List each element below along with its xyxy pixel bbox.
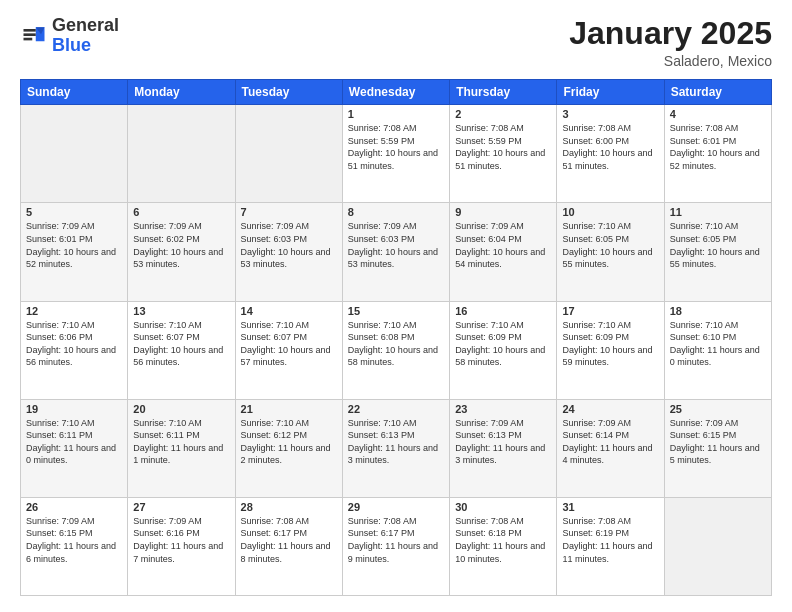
calendar-cell: 6Sunrise: 7:09 AMSunset: 6:02 PMDaylight… bbox=[128, 203, 235, 301]
day-info: Sunrise: 7:10 AMSunset: 6:09 PMDaylight:… bbox=[562, 319, 658, 369]
day-number: 1 bbox=[348, 108, 444, 120]
day-number: 20 bbox=[133, 403, 229, 415]
day-number: 16 bbox=[455, 305, 551, 317]
title-block: January 2025 Saladero, Mexico bbox=[569, 16, 772, 69]
weekday-header-wednesday: Wednesday bbox=[342, 80, 449, 105]
day-info: Sunrise: 7:08 AMSunset: 6:17 PMDaylight:… bbox=[348, 515, 444, 565]
calendar-title: January 2025 bbox=[569, 16, 772, 51]
day-number: 29 bbox=[348, 501, 444, 513]
week-row-4: 19Sunrise: 7:10 AMSunset: 6:11 PMDayligh… bbox=[21, 399, 772, 497]
day-number: 28 bbox=[241, 501, 337, 513]
svg-rect-4 bbox=[24, 33, 36, 36]
calendar-cell: 18Sunrise: 7:10 AMSunset: 6:10 PMDayligh… bbox=[664, 301, 771, 399]
day-number: 27 bbox=[133, 501, 229, 513]
calendar-cell: 13Sunrise: 7:10 AMSunset: 6:07 PMDayligh… bbox=[128, 301, 235, 399]
day-info: Sunrise: 7:10 AMSunset: 6:11 PMDaylight:… bbox=[133, 417, 229, 467]
day-info: Sunrise: 7:09 AMSunset: 6:15 PMDaylight:… bbox=[26, 515, 122, 565]
calendar-cell: 31Sunrise: 7:08 AMSunset: 6:19 PMDayligh… bbox=[557, 497, 664, 595]
day-info: Sunrise: 7:10 AMSunset: 6:11 PMDaylight:… bbox=[26, 417, 122, 467]
calendar-cell: 29Sunrise: 7:08 AMSunset: 6:17 PMDayligh… bbox=[342, 497, 449, 595]
calendar-cell: 20Sunrise: 7:10 AMSunset: 6:11 PMDayligh… bbox=[128, 399, 235, 497]
calendar-cell: 2Sunrise: 7:08 AMSunset: 5:59 PMDaylight… bbox=[450, 105, 557, 203]
weekday-header-saturday: Saturday bbox=[664, 80, 771, 105]
day-info: Sunrise: 7:10 AMSunset: 6:05 PMDaylight:… bbox=[670, 220, 766, 270]
day-number: 15 bbox=[348, 305, 444, 317]
calendar-cell: 30Sunrise: 7:08 AMSunset: 6:18 PMDayligh… bbox=[450, 497, 557, 595]
calendar-cell: 16Sunrise: 7:10 AMSunset: 6:09 PMDayligh… bbox=[450, 301, 557, 399]
calendar-cell bbox=[235, 105, 342, 203]
day-info: Sunrise: 7:09 AMSunset: 6:03 PMDaylight:… bbox=[241, 220, 337, 270]
day-number: 3 bbox=[562, 108, 658, 120]
calendar-cell: 10Sunrise: 7:10 AMSunset: 6:05 PMDayligh… bbox=[557, 203, 664, 301]
day-info: Sunrise: 7:08 AMSunset: 6:19 PMDaylight:… bbox=[562, 515, 658, 565]
day-info: Sunrise: 7:09 AMSunset: 6:03 PMDaylight:… bbox=[348, 220, 444, 270]
day-info: Sunrise: 7:10 AMSunset: 6:13 PMDaylight:… bbox=[348, 417, 444, 467]
day-info: Sunrise: 7:10 AMSunset: 6:10 PMDaylight:… bbox=[670, 319, 766, 369]
calendar-cell: 4Sunrise: 7:08 AMSunset: 6:01 PMDaylight… bbox=[664, 105, 771, 203]
day-info: Sunrise: 7:10 AMSunset: 6:09 PMDaylight:… bbox=[455, 319, 551, 369]
day-number: 7 bbox=[241, 206, 337, 218]
calendar-cell: 27Sunrise: 7:09 AMSunset: 6:16 PMDayligh… bbox=[128, 497, 235, 595]
day-info: Sunrise: 7:08 AMSunset: 6:01 PMDaylight:… bbox=[670, 122, 766, 172]
week-row-5: 26Sunrise: 7:09 AMSunset: 6:15 PMDayligh… bbox=[21, 497, 772, 595]
calendar-table: SundayMondayTuesdayWednesdayThursdayFrid… bbox=[20, 79, 772, 596]
day-number: 19 bbox=[26, 403, 122, 415]
day-number: 14 bbox=[241, 305, 337, 317]
day-info: Sunrise: 7:08 AMSunset: 5:59 PMDaylight:… bbox=[348, 122, 444, 172]
week-row-2: 5Sunrise: 7:09 AMSunset: 6:01 PMDaylight… bbox=[21, 203, 772, 301]
day-info: Sunrise: 7:08 AMSunset: 6:18 PMDaylight:… bbox=[455, 515, 551, 565]
day-number: 12 bbox=[26, 305, 122, 317]
day-info: Sunrise: 7:10 AMSunset: 6:06 PMDaylight:… bbox=[26, 319, 122, 369]
calendar-cell bbox=[21, 105, 128, 203]
calendar-cell: 12Sunrise: 7:10 AMSunset: 6:06 PMDayligh… bbox=[21, 301, 128, 399]
logo-general: General bbox=[52, 15, 119, 35]
calendar-cell: 22Sunrise: 7:10 AMSunset: 6:13 PMDayligh… bbox=[342, 399, 449, 497]
day-number: 11 bbox=[670, 206, 766, 218]
day-info: Sunrise: 7:10 AMSunset: 6:07 PMDaylight:… bbox=[241, 319, 337, 369]
weekday-header-monday: Monday bbox=[128, 80, 235, 105]
svg-rect-5 bbox=[24, 38, 33, 41]
day-number: 5 bbox=[26, 206, 122, 218]
page: General Blue January 2025 Saladero, Mexi… bbox=[0, 0, 792, 612]
logo-blue: Blue bbox=[52, 35, 91, 55]
calendar-cell: 25Sunrise: 7:09 AMSunset: 6:15 PMDayligh… bbox=[664, 399, 771, 497]
day-info: Sunrise: 7:09 AMSunset: 6:04 PMDaylight:… bbox=[455, 220, 551, 270]
calendar-cell: 11Sunrise: 7:10 AMSunset: 6:05 PMDayligh… bbox=[664, 203, 771, 301]
day-number: 8 bbox=[348, 206, 444, 218]
day-number: 23 bbox=[455, 403, 551, 415]
logo-text-block: General Blue bbox=[52, 16, 119, 56]
calendar-cell: 26Sunrise: 7:09 AMSunset: 6:15 PMDayligh… bbox=[21, 497, 128, 595]
calendar-cell: 9Sunrise: 7:09 AMSunset: 6:04 PMDaylight… bbox=[450, 203, 557, 301]
calendar-cell: 15Sunrise: 7:10 AMSunset: 6:08 PMDayligh… bbox=[342, 301, 449, 399]
day-info: Sunrise: 7:09 AMSunset: 6:15 PMDaylight:… bbox=[670, 417, 766, 467]
day-number: 30 bbox=[455, 501, 551, 513]
calendar-cell: 14Sunrise: 7:10 AMSunset: 6:07 PMDayligh… bbox=[235, 301, 342, 399]
calendar-cell: 7Sunrise: 7:09 AMSunset: 6:03 PMDaylight… bbox=[235, 203, 342, 301]
calendar-cell bbox=[128, 105, 235, 203]
calendar-cell: 28Sunrise: 7:08 AMSunset: 6:17 PMDayligh… bbox=[235, 497, 342, 595]
calendar-cell: 21Sunrise: 7:10 AMSunset: 6:12 PMDayligh… bbox=[235, 399, 342, 497]
day-number: 18 bbox=[670, 305, 766, 317]
day-info: Sunrise: 7:08 AMSunset: 6:00 PMDaylight:… bbox=[562, 122, 658, 172]
day-info: Sunrise: 7:09 AMSunset: 6:13 PMDaylight:… bbox=[455, 417, 551, 467]
day-number: 17 bbox=[562, 305, 658, 317]
calendar-cell: 1Sunrise: 7:08 AMSunset: 5:59 PMDaylight… bbox=[342, 105, 449, 203]
day-number: 10 bbox=[562, 206, 658, 218]
day-number: 9 bbox=[455, 206, 551, 218]
calendar-subtitle: Saladero, Mexico bbox=[569, 53, 772, 69]
day-info: Sunrise: 7:10 AMSunset: 6:07 PMDaylight:… bbox=[133, 319, 229, 369]
day-info: Sunrise: 7:08 AMSunset: 5:59 PMDaylight:… bbox=[455, 122, 551, 172]
week-row-3: 12Sunrise: 7:10 AMSunset: 6:06 PMDayligh… bbox=[21, 301, 772, 399]
day-info: Sunrise: 7:10 AMSunset: 6:05 PMDaylight:… bbox=[562, 220, 658, 270]
day-number: 21 bbox=[241, 403, 337, 415]
svg-rect-3 bbox=[24, 29, 36, 32]
day-number: 26 bbox=[26, 501, 122, 513]
logo: General Blue bbox=[20, 16, 119, 56]
day-number: 24 bbox=[562, 403, 658, 415]
week-row-1: 1Sunrise: 7:08 AMSunset: 5:59 PMDaylight… bbox=[21, 105, 772, 203]
weekday-header-thursday: Thursday bbox=[450, 80, 557, 105]
calendar-cell: 19Sunrise: 7:10 AMSunset: 6:11 PMDayligh… bbox=[21, 399, 128, 497]
day-number: 25 bbox=[670, 403, 766, 415]
calendar-cell: 8Sunrise: 7:09 AMSunset: 6:03 PMDaylight… bbox=[342, 203, 449, 301]
calendar-cell: 24Sunrise: 7:09 AMSunset: 6:14 PMDayligh… bbox=[557, 399, 664, 497]
